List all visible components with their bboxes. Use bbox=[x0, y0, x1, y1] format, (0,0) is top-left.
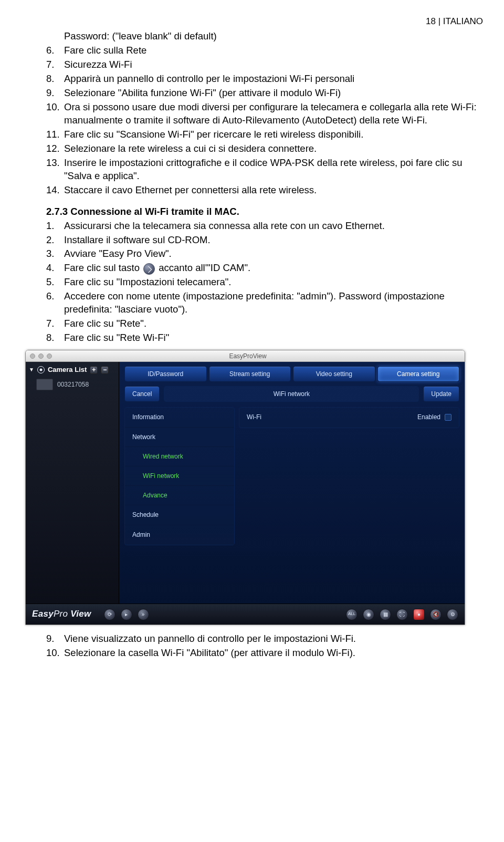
item: Apparirà un pannello di controllo per le… bbox=[64, 72, 483, 86]
num: 2. bbox=[46, 234, 64, 247]
camera-list-item[interactable]: 003217058 bbox=[27, 378, 118, 391]
item: Selezionare la rete wireless a cui ci si… bbox=[64, 142, 483, 155]
num: 12. bbox=[46, 142, 64, 155]
text-pre: Fare clic sul tasto bbox=[64, 262, 142, 273]
nav-admin[interactable]: Admin bbox=[125, 525, 234, 545]
wifi-label: Wi-Fi bbox=[247, 413, 261, 421]
item: Fare clic su "Rete". bbox=[64, 317, 483, 330]
minimize-icon[interactable] bbox=[38, 354, 44, 359]
window-controls[interactable] bbox=[26, 354, 52, 359]
nav-wired-network[interactable]: Wired network bbox=[125, 447, 234, 466]
num: 5. bbox=[46, 276, 64, 289]
zoom-icon[interactable] bbox=[47, 354, 52, 359]
num: 13. bbox=[46, 157, 64, 183]
settings-icon[interactable]: ⚙ bbox=[447, 609, 458, 620]
settings-nav: Information Network Wired network WiFi n… bbox=[124, 407, 235, 545]
item: Assicurarsi che la telecamera sia connes… bbox=[64, 220, 483, 233]
num: 3. bbox=[46, 247, 64, 261]
close-icon[interactable] bbox=[30, 354, 35, 359]
item: Fare clic su "Rete Wi-Fi" bbox=[64, 331, 483, 345]
item: Ora si possono usare due modi diversi pe… bbox=[64, 101, 483, 127]
nav-advance[interactable]: Advance bbox=[125, 486, 234, 505]
num: 9. bbox=[46, 87, 64, 100]
panel-title: WiFi network bbox=[164, 386, 419, 402]
chevron-down-icon[interactable]: ▼ bbox=[29, 366, 34, 373]
item: Staccare il cavo Ethernet per connetters… bbox=[64, 184, 483, 197]
add-button[interactable]: + bbox=[90, 366, 98, 374]
tab-stream-setting[interactable]: Stream setting bbox=[209, 366, 291, 382]
nav-network[interactable]: Network bbox=[125, 428, 234, 447]
camera-list-header[interactable]: ▼ Camera List + − bbox=[27, 364, 118, 378]
wifi-enabled-checkbox[interactable] bbox=[445, 414, 452, 421]
num bbox=[46, 30, 64, 43]
item: Selezionare la casella Wi-Fi "Abilitato"… bbox=[64, 647, 483, 660]
footer-bar: EasyPro View ⟳ ▸ » ALL ◉ ▦ ⛶ ● 🔇 ⚙ bbox=[26, 604, 465, 625]
nav-wifi-network[interactable]: WiFi network bbox=[125, 466, 234, 486]
item: Fare clic su "Impostazioni telecamera". bbox=[64, 276, 483, 289]
grid-icon[interactable]: ▦ bbox=[380, 609, 391, 620]
tab-camera-setting[interactable]: Camera setting bbox=[377, 366, 460, 382]
refresh-icon[interactable]: ⟳ bbox=[104, 609, 116, 620]
num: 7. bbox=[46, 58, 64, 71]
cancel-button[interactable]: Cancel bbox=[124, 386, 160, 402]
nav-information[interactable]: Information bbox=[125, 408, 234, 427]
arrow-circle-icon bbox=[143, 263, 155, 275]
camera-list-title: Camera List bbox=[48, 365, 87, 375]
remove-button[interactable]: − bbox=[101, 366, 109, 374]
main-panel: ID/Password Stream setting Video setting… bbox=[119, 362, 465, 604]
item: Fare clic su "Scansione Wi-Fi" per ricer… bbox=[64, 128, 483, 141]
item: Accedere con nome utente (impostazione p… bbox=[64, 290, 483, 316]
text-post: accanto all'"ID CAM". bbox=[156, 262, 250, 273]
item: Viene visualizzato un pannello di contro… bbox=[64, 632, 483, 646]
record-icon[interactable]: ● bbox=[413, 609, 425, 620]
num: 14. bbox=[46, 184, 64, 197]
window-titlebar: EasyProView bbox=[26, 350, 465, 362]
num: 6. bbox=[46, 290, 64, 316]
item: Avviare "Easy Pro View". bbox=[64, 247, 483, 261]
update-button[interactable]: Update bbox=[423, 386, 459, 402]
item: Installare il software sul CD-ROM. bbox=[64, 234, 483, 247]
detail-panel: Wi-Fi Enabled bbox=[239, 407, 459, 428]
brand1: Easy bbox=[32, 609, 54, 619]
globe-icon[interactable]: ◉ bbox=[363, 609, 374, 620]
enabled-label: Enabled bbox=[417, 413, 440, 421]
item: Selezionare "Abilita funzione Wi-Fi" (pe… bbox=[64, 87, 483, 100]
num: 10. bbox=[46, 101, 64, 127]
section-title: 2.7.3 Connessione al Wi-Fi tramite il MA… bbox=[46, 205, 483, 219]
nav-schedule[interactable]: Schedule bbox=[125, 505, 234, 525]
item: Inserire le impostazioni crittografiche … bbox=[64, 157, 483, 183]
num: 8. bbox=[46, 72, 64, 86]
num: 11. bbox=[46, 128, 64, 141]
next-icon[interactable]: » bbox=[138, 609, 149, 620]
num: 9. bbox=[46, 632, 64, 646]
page-number: 18 | ITALIANO bbox=[46, 16, 483, 28]
camera-thumbnail bbox=[36, 379, 53, 390]
mute-icon[interactable]: 🔇 bbox=[430, 609, 442, 620]
item: Fare clic sul tasto accanto all'"ID CAM"… bbox=[64, 262, 483, 275]
item: Sicurezza Wi-Fi bbox=[64, 58, 483, 71]
camera-icon bbox=[37, 366, 45, 373]
num: 1. bbox=[46, 220, 64, 233]
all-icon[interactable]: ALL bbox=[346, 609, 358, 620]
sidebar: ▼ Camera List + − 003217058 bbox=[26, 362, 119, 604]
brand3: View bbox=[70, 609, 91, 619]
num: 6. bbox=[46, 44, 64, 57]
brand-logo: EasyPro View bbox=[32, 608, 91, 620]
brand2: Pro bbox=[54, 609, 70, 619]
post-list: 9.Viene visualizzato un pannello di cont… bbox=[46, 632, 483, 660]
tab-id-password[interactable]: ID/Password bbox=[124, 366, 207, 382]
camera-id: 003217058 bbox=[57, 380, 89, 389]
num: 4. bbox=[46, 262, 64, 275]
mac-list: 1.Assicurarsi che la telecamera sia conn… bbox=[46, 220, 483, 345]
top-list: Password: ("leave blank" di default) 6.F… bbox=[46, 30, 483, 197]
fullscreen-icon[interactable]: ⛶ bbox=[396, 609, 408, 620]
num: 8. bbox=[46, 331, 64, 345]
item: Password: ("leave blank" di default) bbox=[64, 30, 483, 43]
play-icon[interactable]: ▸ bbox=[121, 609, 132, 620]
item: Fare clic sulla Rete bbox=[64, 44, 483, 57]
tab-row: ID/Password Stream setting Video setting… bbox=[124, 366, 459, 382]
num: 10. bbox=[46, 647, 64, 660]
app-window: EasyProView ▼ Camera List + − 003217058 … bbox=[25, 350, 465, 625]
num: 7. bbox=[46, 317, 64, 330]
tab-video-setting[interactable]: Video setting bbox=[293, 366, 375, 382]
